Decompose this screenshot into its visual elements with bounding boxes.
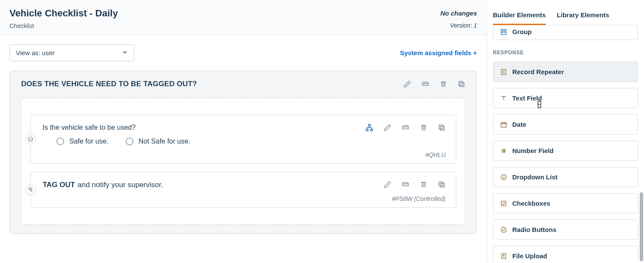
- palette-label: Record Repeater: [512, 68, 564, 75]
- svg-rect-12: [501, 32, 506, 34]
- group-icon: [500, 28, 507, 35]
- section-actions: [403, 80, 465, 88]
- question-card[interactable]: Is the vehicle safe to be used? Safe for…: [30, 115, 456, 164]
- svg-rect-10: [501, 29, 503, 31]
- palette-label: File Upload: [512, 252, 547, 260]
- palette-group[interactable]: Group: [493, 25, 638, 40]
- svg-rect-5: [371, 129, 373, 131]
- edit-icon[interactable]: [384, 124, 391, 132]
- svg-rect-3: [368, 125, 371, 126]
- trash-icon[interactable]: [420, 181, 427, 188]
- svg-rect-16: [502, 201, 506, 206]
- view-as-label: View as: user: [16, 49, 55, 56]
- svg-rect-6: [440, 126, 444, 130]
- svg-rect-9: [439, 182, 443, 186]
- file-upload-icon: [500, 253, 507, 260]
- page-subtitle: Checklist: [9, 22, 118, 29]
- header: Vehicle Checklist - Daily Checklist No c…: [0, 0, 486, 35]
- palette-record-repeater[interactable]: Record Repeater: [493, 62, 638, 82]
- paragraph-rest: and notify your supervisor.: [77, 181, 163, 189]
- record-repeater-icon: [500, 69, 507, 75]
- paragraph-bold: TAG OUT: [43, 181, 75, 189]
- sidebar: Builder Elements Library Elements Group …: [487, 0, 644, 263]
- sidebar-tabs: Builder Elements Library Elements: [493, 0, 638, 25]
- palette-label: Checkboxes: [512, 200, 550, 207]
- chevron-down-icon: [122, 49, 128, 56]
- radio-icon: [56, 138, 64, 145]
- svg-point-15: [501, 175, 506, 180]
- view-as-select[interactable]: View as: user: [9, 44, 134, 61]
- copy-icon[interactable]: [458, 80, 465, 88]
- version-label: Version: 1: [440, 22, 477, 29]
- svg-point-2: [28, 137, 33, 142]
- sidebar-scrollbar[interactable]: [640, 33, 643, 263]
- page-title: Vehicle Checklist - Daily: [9, 8, 118, 19]
- tab-builder-elements[interactable]: Builder Elements: [493, 6, 546, 25]
- paragraph-code: #PS8W (Controlled): [43, 195, 446, 202]
- svg-rect-0: [460, 83, 464, 87]
- svg-rect-1: [459, 81, 463, 85]
- edit-icon[interactable]: [403, 80, 411, 88]
- paragraph-text: TAG OUT and notify your supervisor.: [43, 181, 163, 189]
- main-area: Vehicle Checklist - Daily Checklist No c…: [0, 0, 487, 263]
- number-field-icon: [500, 147, 507, 154]
- copy-icon[interactable]: [438, 124, 446, 132]
- section-header: DOES THE VEHICLE NEED TO BE TAGGED OUT?: [21, 80, 465, 88]
- save-status: No changes: [440, 9, 477, 17]
- palette-label: Text Field: [512, 94, 542, 102]
- svg-point-17: [501, 227, 506, 232]
- radio-icon: [126, 138, 133, 145]
- palette-date[interactable]: Date: [493, 114, 638, 135]
- edit-icon[interactable]: [384, 181, 391, 188]
- palette-label: Radio Buttons: [512, 226, 557, 233]
- response-section-label: RESPONSE: [493, 50, 638, 56]
- system-assigned-fields-link[interactable]: System assigned fields +: [400, 49, 477, 56]
- archive-icon[interactable]: [421, 80, 429, 88]
- question-actions: [365, 124, 446, 132]
- dropdown-icon: [500, 174, 507, 181]
- palette-label: Group: [512, 28, 532, 35]
- tab-library-elements[interactable]: Library Elements: [557, 6, 610, 25]
- radio-buttons-icon: [500, 226, 507, 233]
- paragraph-type-icon: [25, 185, 36, 195]
- archive-icon[interactable]: [402, 124, 409, 132]
- palette-label: Dropdown List: [512, 173, 557, 181]
- palette-text-field[interactable]: Text Field: [493, 88, 638, 108]
- copy-icon[interactable]: [438, 181, 446, 188]
- question-text: Is the vehicle safe to be used?: [43, 124, 190, 132]
- toolbar: View as: user System assigned fields +: [0, 35, 486, 61]
- svg-rect-4: [366, 129, 368, 131]
- paragraph-actions: [384, 181, 446, 188]
- svg-rect-8: [440, 183, 444, 187]
- palette-label: Number Field: [512, 147, 554, 154]
- scrollbar-thumb[interactable]: [640, 192, 643, 261]
- section-card[interactable]: DOES THE VEHICLE NEED TO BE TAGGED OUT? …: [9, 71, 477, 234]
- option-not-safe[interactable]: Not Safe for use.: [126, 138, 190, 145]
- checkboxes-icon: [500, 200, 507, 207]
- svg-rect-11: [504, 29, 506, 31]
- logic-icon[interactable]: [365, 124, 373, 132]
- canvas: DOES THE VEHICLE NEED TO BE TAGGED OUT? …: [0, 61, 486, 263]
- header-right: No changes Version: 1: [440, 8, 477, 29]
- option-label: Not Safe for use.: [139, 138, 190, 145]
- options: Safe for use. Not Safe for use.: [43, 138, 190, 145]
- palette-number-field[interactable]: Number Field: [493, 141, 638, 161]
- paragraph-card[interactable]: TAG OUT and notify your supervisor. #PS8…: [30, 172, 456, 208]
- trash-icon[interactable]: [440, 80, 447, 88]
- palette-dropdown-list[interactable]: Dropdown List: [493, 167, 638, 187]
- question-code: #QHLU: [43, 151, 446, 158]
- trash-icon[interactable]: [420, 124, 427, 132]
- archive-icon[interactable]: [402, 181, 409, 188]
- header-left: Vehicle Checklist - Daily Checklist: [9, 8, 118, 29]
- palette-radio-buttons[interactable]: Radio Buttons: [493, 219, 638, 240]
- palette-file-upload[interactable]: File Upload: [493, 246, 638, 261]
- palette-label: Date: [512, 121, 526, 128]
- option-safe[interactable]: Safe for use.: [56, 138, 108, 145]
- palette-checkboxes[interactable]: Checkboxes: [493, 193, 638, 213]
- svg-rect-7: [439, 125, 443, 129]
- section-body: Is the vehicle safe to be used? Safe for…: [21, 98, 465, 225]
- option-label: Safe for use.: [69, 138, 108, 145]
- radio-type-icon: [25, 134, 36, 144]
- date-icon: [500, 121, 507, 128]
- svg-rect-14: [501, 122, 506, 127]
